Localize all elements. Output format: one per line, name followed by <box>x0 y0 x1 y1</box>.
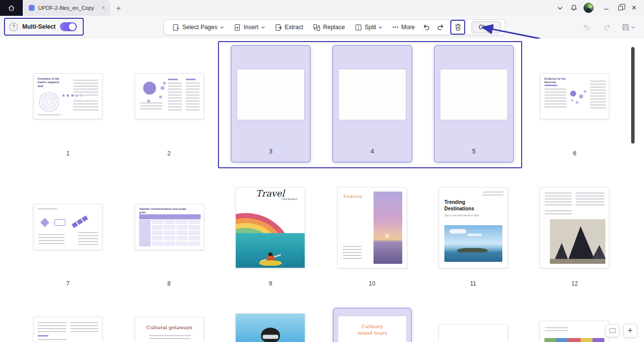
help-icon[interactable]: ? <box>9 23 18 31</box>
thumbnail-size-button[interactable] <box>605 324 619 337</box>
page-organize-toolbar: Select Pages Insert Extract Replace Spli… <box>163 19 505 35</box>
thumb-title: Formation of the Earth's magnetic field <box>38 77 65 88</box>
close-button[interactable]: Close <box>472 21 501 33</box>
thumb-decor <box>39 92 59 112</box>
thumb-decor <box>343 246 362 260</box>
thumb-title: Satellite communications and power grids <box>139 207 189 215</box>
page-thumbnail-7[interactable] <box>33 204 103 250</box>
menu-chevron-button[interactable] <box>553 0 567 16</box>
page-number: 5 <box>434 148 513 155</box>
redo-button[interactable] <box>434 21 447 34</box>
select-pages-button[interactable]: Select Pages <box>168 21 228 34</box>
thumb-decor <box>385 234 389 238</box>
minimize-icon: – <box>604 4 608 12</box>
undo-button[interactable] <box>420 21 433 34</box>
undo-disabled-button[interactable] <box>580 21 593 34</box>
page-number: 11 <box>462 280 484 287</box>
vertical-scrollbar[interactable] <box>631 47 635 144</box>
close-window-button[interactable]: × <box>627 0 641 16</box>
thumb-decor <box>71 215 89 228</box>
more-button[interactable]: ••• More <box>388 21 419 34</box>
select-pages-label: Select Pages <box>182 24 217 31</box>
zoom-in-button[interactable]: + <box>623 324 637 338</box>
new-tab-button[interactable]: + <box>116 4 121 12</box>
restore-button[interactable] <box>613 0 627 16</box>
toolbar-row: ? Multi-Select Select Pages Insert Extra… <box>0 16 644 39</box>
thumb-decor <box>545 193 572 206</box>
delete-highlight-box[interactable] <box>450 20 465 35</box>
page-thumbnail-4-selected[interactable]: 4 <box>332 45 412 162</box>
redo-disabled-button[interactable] <box>600 21 613 34</box>
page-number: 2 <box>158 150 180 157</box>
page-thumbnail-12[interactable] <box>539 187 609 268</box>
thumb-decor <box>545 327 568 331</box>
thumb-decor <box>545 210 572 215</box>
thumb-decor <box>38 335 49 337</box>
thumb-decor <box>54 219 65 226</box>
thumb-title: Trending Destinations <box>444 199 483 212</box>
page-content: Culinary island tours <box>338 316 406 342</box>
insert-button[interactable]: Insert <box>229 21 269 34</box>
thumb-decor <box>39 234 64 245</box>
page-thumbnail-13[interactable] <box>33 317 103 342</box>
thumb-title: Travel <box>236 188 305 198</box>
home-icon <box>7 4 15 12</box>
notifications-button[interactable] <box>567 0 581 16</box>
thumb-decor <box>140 102 162 109</box>
chevron-down-icon <box>378 26 382 29</box>
toggle-knob <box>69 23 76 30</box>
minimize-button[interactable]: – <box>599 0 613 16</box>
thumb-subtitle: Top 5 must-visit islands of 2024 <box>444 214 499 217</box>
redo-icon <box>603 23 611 31</box>
page-thumbnail-16-selected[interactable]: Culinary island tours <box>333 308 412 342</box>
page-number: 4 <box>333 148 412 155</box>
multi-select-toggle[interactable] <box>60 22 77 31</box>
close-label: Close <box>479 24 494 31</box>
extract-button[interactable]: Extract <box>270 21 308 34</box>
replace-button[interactable]: Replace <box>309 21 349 34</box>
page-thumbnail-15[interactable] <box>235 313 305 342</box>
save-button[interactable] <box>621 21 636 34</box>
page-number: 7 <box>57 280 79 287</box>
home-button[interactable] <box>0 0 23 16</box>
multi-select-highlight-box: ? Multi-Select <box>4 18 84 36</box>
thumb-decor <box>73 80 98 97</box>
page-thumbnail-8[interactable]: Satellite communications and power grids <box>135 204 204 250</box>
user-avatar[interactable] <box>584 3 593 13</box>
page-thumbnail-6[interactable]: Evidence for the Reversal <box>540 73 609 119</box>
thumb-decor <box>570 91 576 97</box>
trash-icon <box>454 23 462 31</box>
page-thumbnail-11[interactable]: Trending Destinations Top 5 must-visit i… <box>438 187 508 268</box>
page-thumbnail-9[interactable]: Travel Trend Research <box>235 187 305 268</box>
page-thumbnail-17[interactable] <box>438 324 508 342</box>
chevron-down-icon <box>631 26 635 29</box>
tab-close-icon[interactable]: × <box>102 5 105 11</box>
thumb-decor <box>544 89 566 108</box>
more-label: More <box>401 24 415 31</box>
thumb-decor <box>259 260 282 266</box>
titlebar: UPDF-2-files_en_Copy × + – × <box>0 0 644 16</box>
page-number: 6 <box>564 150 586 157</box>
page-thumbnail-5-selected[interactable]: 5 <box>434 45 514 162</box>
thumb-decor <box>168 83 182 110</box>
page-thumbnail-18[interactable] <box>539 321 609 342</box>
page-thumbnail-14[interactable]: Cultural getaways <box>135 317 204 342</box>
photo-decor <box>236 233 305 268</box>
thumb-decor <box>149 335 191 339</box>
page-number: 9 <box>260 280 281 287</box>
replace-label: Replace <box>323 24 345 31</box>
thumb-decor <box>38 322 66 332</box>
close-window-icon: × <box>632 3 636 12</box>
page-thumbnail-3-selected[interactable]: 3 <box>231 45 311 162</box>
page-thumbnail-1[interactable]: Formation of the Earth's magnetic field <box>33 73 103 119</box>
page-thumbnail-10[interactable]: Season <box>337 187 407 268</box>
bell-icon <box>570 4 578 12</box>
document-tab[interactable]: UPDF-2-files_en_Copy × <box>24 0 110 16</box>
thumb-title: Culinary island tours <box>354 323 391 336</box>
plus-icon: + <box>628 326 633 335</box>
thumb-decor <box>544 338 604 342</box>
panel-icon <box>609 328 616 333</box>
split-label: Split <box>365 24 376 31</box>
split-button[interactable]: Split <box>350 21 387 34</box>
page-thumbnail-2[interactable] <box>135 73 204 119</box>
